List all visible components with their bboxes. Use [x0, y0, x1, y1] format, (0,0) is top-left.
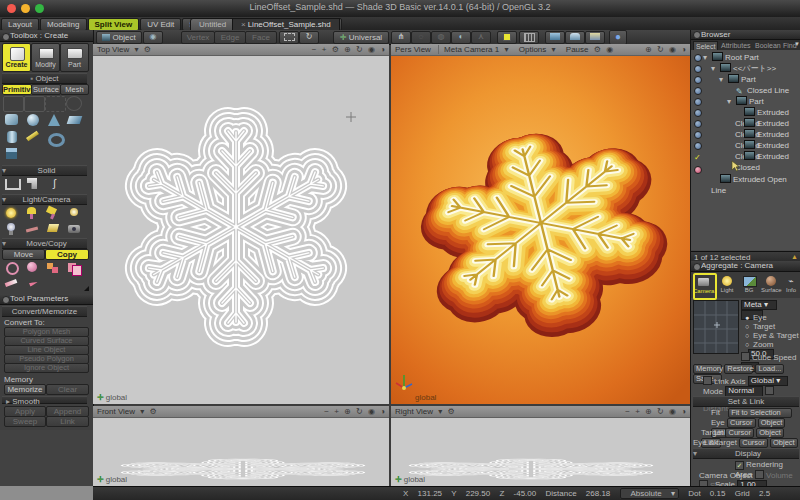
target-cursor-button[interactable]: Cursor [725, 428, 754, 438]
camera-load-button[interactable]: Load... [755, 364, 784, 374]
universal-manipulator-button[interactable]: ✛ Universal [333, 31, 389, 44]
render-flag-dot[interactable] [694, 109, 702, 117]
aggregate-collapse-button[interactable] [693, 263, 701, 271]
mirror-arrows-icon[interactable] [3, 277, 22, 291]
object-section-header[interactable]: ▪ Object [2, 73, 87, 84]
target-object-button[interactable]: Object [756, 428, 784, 438]
tool-cone-icon[interactable] [45, 113, 64, 127]
magnify-icon[interactable]: ◉ [669, 45, 676, 54]
solid-trim-icon[interactable] [24, 177, 43, 191]
viewport-pers[interactable]: Pers View Meta Camera 1 ▾ Options ▾ Paus… [391, 44, 690, 404]
distant-checkbox[interactable] [765, 386, 774, 395]
rotate-view-icon[interactable]: ↻ [356, 407, 363, 416]
meta-dropdown[interactable]: Meta ▾ [741, 300, 777, 310]
radio-eye[interactable]: ●Eye [745, 313, 767, 322]
display-texture-button[interactable] [585, 31, 605, 44]
tab-primitive[interactable]: Primitive [2, 84, 32, 95]
toolparams-panel-header[interactable]: Tool Parameters [0, 294, 93, 305]
rendering-area-checkbox[interactable]: ✓ [735, 461, 744, 470]
part-mode-button[interactable]: Part [60, 43, 89, 72]
browser-tab-boolean[interactable]: Boolean [755, 41, 781, 50]
modify-mode-button[interactable]: Modify [31, 43, 60, 72]
browser-collapse-button[interactable] [693, 31, 701, 39]
aggregate-tab-camera[interactable]: Camera [693, 273, 717, 300]
check-flag-icon[interactable]: ✓ [694, 153, 701, 162]
toolbox-panel-header[interactable]: Toolbox : Create [0, 31, 93, 42]
tree-row-extruded-closed[interactable]: Extruded Closed [703, 107, 799, 118]
front-view-label[interactable]: Front View [97, 407, 135, 416]
light-sun-icon[interactable] [3, 206, 22, 220]
tool-curve-icon[interactable] [24, 96, 45, 112]
camera-tool-button[interactable]: ◉ [143, 31, 163, 44]
lasso-rotate-icon[interactable]: ↻ [299, 31, 319, 44]
zoom-out-icon[interactable]: − [312, 45, 317, 54]
memorize-button[interactable]: Memorize [4, 384, 46, 395]
solid-section-header[interactable]: ▾Solid [2, 165, 87, 176]
link-axis-dropdown[interactable]: Global ▾ [748, 376, 788, 386]
tree-row-extruded-open-line[interactable]: Extruded Open Line [703, 174, 799, 185]
display-section-header[interactable]: ▾Display [693, 448, 799, 459]
rotate-view-icon[interactable]: ↻ [657, 407, 664, 416]
aggregate-tab-light[interactable]: Light [717, 274, 737, 296]
tree-row-part-inner[interactable]: ▾Part [703, 96, 799, 107]
copy-button[interactable]: Copy [45, 249, 89, 260]
zoom-in-icon[interactable]: + [334, 407, 339, 416]
copy-blocks-icon[interactable] [45, 261, 64, 275]
pers-view-canvas[interactable] [391, 55, 690, 404]
viewport-top[interactable]: Top View ▾ ⚙ − + ⚙ ⊕ ↻ ◉ ◑ ✛global [93, 44, 389, 404]
top-view-header[interactable]: Top View ▾ ⚙ − + ⚙ ⊕ ↻ ◉ ◑ [93, 44, 389, 56]
display-shaded-button[interactable] [565, 31, 585, 44]
joint-tool-icon[interactable]: ◌ [411, 31, 431, 44]
eye-cursor-button[interactable]: Cursor [727, 418, 756, 428]
eye-object-button[interactable]: Object [758, 418, 786, 428]
aggregate-panel-header[interactable]: Aggregate : Camera [691, 261, 800, 272]
world-icon[interactable]: ◐ [451, 31, 471, 44]
tab-close-icon[interactable]: × [241, 20, 246, 29]
tool-wedge-icon[interactable] [66, 113, 85, 127]
zoom-in-icon[interactable]: + [322, 45, 327, 54]
shading-mode-icon[interactable]: ◑ [380, 407, 385, 416]
pan-icon[interactable]: ⊕ [344, 45, 351, 54]
view-gear-icon[interactable]: ⚙ [448, 407, 455, 416]
pan-icon[interactable]: ⊕ [344, 407, 351, 416]
pink-flag-dot[interactable] [694, 166, 702, 174]
tree-row-extruded-closed[interactable]: Extruded Closed [703, 118, 799, 129]
translate-arrow-icon[interactable] [24, 277, 43, 291]
camera-object-icon[interactable] [66, 222, 85, 236]
eyetarget-object-button[interactable]: Object [770, 438, 798, 448]
figure-icon[interactable]: ⋏ [471, 31, 491, 44]
lightbulb-icon[interactable]: ◍ [431, 31, 451, 44]
pers-sphere-icon[interactable]: ◉ [606, 45, 613, 54]
filter-icon[interactable]: ▼ [794, 41, 800, 47]
tool-cylinder-icon[interactable] [3, 130, 22, 144]
light-bulb-icon[interactable] [3, 222, 22, 236]
shading-mode-icon[interactable]: ◑ [380, 45, 385, 54]
camera-restore-button[interactable]: Restore [724, 364, 753, 374]
four-view-layout-button[interactable] [497, 31, 517, 44]
tree-row-root-part[interactable]: ▾Root Part [703, 52, 799, 63]
copy-stack-icon[interactable] [66, 261, 85, 275]
zoom-out-icon[interactable]: − [625, 407, 630, 416]
browser-tab-attributes[interactable]: Attributes [721, 41, 751, 50]
lock-icon[interactable]: ▲ [791, 253, 798, 260]
rotate-view-icon[interactable]: ↻ [356, 45, 363, 54]
smooth-section-header[interactable]: ▸ Smooth [2, 396, 87, 404]
move-button[interactable]: Move [2, 249, 45, 260]
radio-eye-target[interactable]: ○Eye & Target [745, 331, 799, 340]
grid-view-button[interactable] [519, 31, 539, 44]
smooth-link-button[interactable]: Link [46, 416, 89, 427]
smooth-sweep-button[interactable]: Sweep [4, 416, 46, 427]
display-wireframe-button[interactable] [545, 31, 565, 44]
aggregate-tab-info[interactable]: ⌁ Info [783, 274, 799, 296]
toolparams-collapse-button[interactable] [2, 296, 10, 304]
tab-surface[interactable]: Surface [31, 84, 61, 95]
tree-row-closed-line[interactable]: ✎Closed Line [703, 85, 799, 96]
light-spot-icon[interactable] [24, 206, 43, 220]
light-directional-icon[interactable] [45, 206, 64, 220]
view-gear-icon[interactable]: ⚙ [144, 45, 151, 54]
view-dropdown-icon[interactable]: ▾ [135, 45, 139, 54]
edge-mode-button[interactable]: Edge [214, 31, 246, 44]
panel-resize-handle[interactable] [84, 286, 89, 291]
tree-row-extruded-closed[interactable]: Extruded Closed [703, 129, 799, 140]
tab-mesh[interactable]: Mesh [60, 84, 89, 95]
